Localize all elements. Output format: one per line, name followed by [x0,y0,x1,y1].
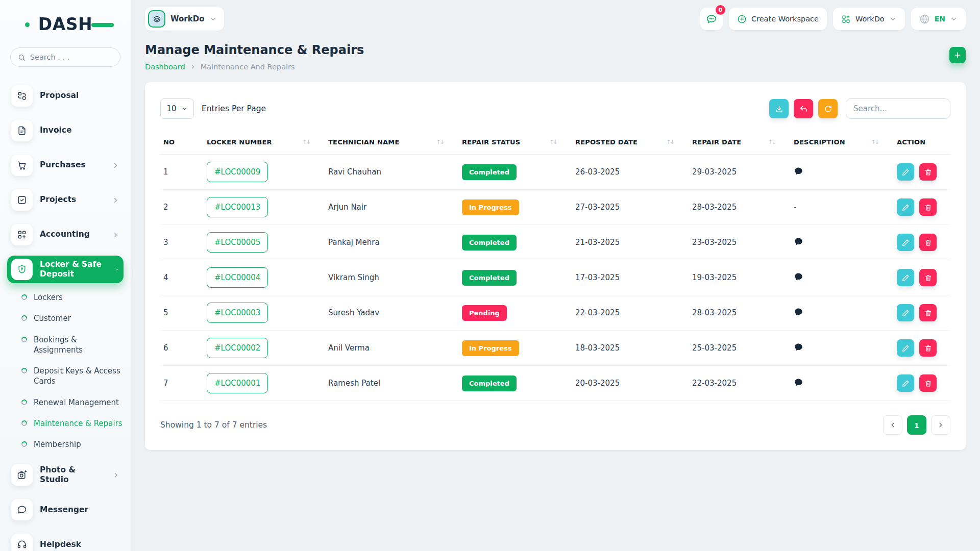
bullet-icon [20,293,28,301]
main-content: WorkDo 0 Create Workspace WorkDo EN [131,0,980,450]
repair-date: 22-03-2025 [689,366,791,401]
sort-icon[interactable]: ↑↓ [871,139,878,145]
sidebar-subitem-label: Deposit Keys & Access Cards [34,366,124,387]
sidebar-subitem-lockers[interactable]: Lockers [21,292,124,303]
sidebar-subitem-label: Membership [34,439,81,449]
reposted-date: 17-03-2025 [572,260,689,295]
logo-dash-icon [91,23,114,27]
locker-number-pill[interactable]: #LOC00001 [207,373,268,393]
sort-icon[interactable]: ↑↓ [303,139,310,145]
refresh-button[interactable] [818,99,838,118]
entries-per-page-label: Entries Per Page [202,104,266,113]
sort-icon[interactable]: ↑↓ [436,139,444,145]
sidebar: DASH Proposal Invoice Purchases [0,0,131,551]
create-workspace-button[interactable]: Create Workspace [729,8,827,30]
sidebar-item-proposal[interactable]: Proposal [7,82,124,110]
delete-button[interactable] [919,304,937,321]
sidebar-subitem-renewal-management[interactable]: Renewal Management [21,397,124,408]
sidebar-item-accounting[interactable]: Accounting [7,221,124,248]
repair-date: 28-03-2025 [689,295,791,331]
pencil-icon [902,204,910,211]
column-header-locker-number[interactable]: LOCKER NUMBER↑↓ [204,133,325,155]
technician-name: Ravi Chauhan [325,155,459,190]
delete-button[interactable] [919,234,937,251]
reposted-date: 26-03-2025 [572,155,689,190]
chevron-right-icon [937,421,944,429]
technician-name: Ramesh Patel [325,366,459,401]
table-search-input[interactable] [846,98,950,119]
edit-button[interactable] [897,163,914,181]
entries-per-page-select[interactable]: 10 [160,98,194,119]
locker-number-pill[interactable]: #LOC00009 [207,162,268,182]
plus-icon [953,51,962,59]
row-number: 2 [160,190,204,225]
workspace-selector[interactable]: WorkDo [145,7,224,31]
messages-button[interactable]: 0 [700,8,723,30]
column-header-action: ACTION [894,133,950,155]
delete-button[interactable] [919,374,937,392]
comment-icon[interactable] [794,342,803,352]
table-header-row: NO LOCKER NUMBER↑↓ TECHNICIAN NAME↑↓ REP… [160,133,950,155]
language-selector[interactable]: EN [911,8,966,30]
sidebar-item-messenger[interactable]: Messenger [7,496,124,523]
delete-button[interactable] [919,198,937,216]
column-header-description[interactable]: DESCRIPTION↑↓ [791,133,894,155]
column-header-technician-name[interactable]: TECHNICIAN NAME↑↓ [325,133,459,155]
delete-button[interactable] [919,269,937,286]
edit-button[interactable] [897,234,914,251]
comment-icon[interactable] [794,378,803,387]
breadcrumb-dashboard-link[interactable]: Dashboard [145,63,185,71]
headphones-icon [11,534,33,551]
sort-icon[interactable]: ↑↓ [550,139,557,145]
pencil-icon [902,380,910,387]
sidebar-subitem-label: Maintenance & Repairs [34,418,122,429]
edit-button[interactable] [897,269,914,286]
locker-number-pill[interactable]: #LOC00002 [207,338,268,358]
export-button[interactable] [769,99,789,118]
breadcrumb-current: Maintenance And Repairs [201,63,295,71]
locker-number-pill[interactable]: #LOC00004 [207,267,268,288]
sidebar-item-purchases[interactable]: Purchases [7,152,124,179]
pagination-prev-button[interactable] [883,415,902,435]
pagination-page-1-button[interactable]: 1 [907,415,926,435]
table-controls: 10 Entries Per Page [160,98,950,119]
edit-button[interactable] [897,304,914,321]
comment-icon[interactable] [794,307,803,317]
edit-button[interactable] [897,339,914,357]
sidebar-subitem-bookings-assignments[interactable]: Bookings & Assignments [21,335,124,356]
sidebar-item-locker-safe-deposit[interactable]: Locker & Safe Deposit [7,256,124,283]
workdo-apps-dropdown[interactable]: WorkDo [833,8,905,30]
comment-icon[interactable] [794,166,803,176]
reset-button[interactable] [794,99,813,118]
sidebar-subitem-deposit-keys-access-cards[interactable]: Deposit Keys & Access Cards [21,366,124,387]
repair-date: 25-03-2025 [689,331,791,366]
delete-button[interactable] [919,163,937,181]
edit-button[interactable] [897,198,914,216]
sidebar-item-photo-studio[interactable]: Photo & Studio [7,461,124,489]
locker-number-pill[interactable]: #LOC00003 [207,303,268,323]
sidebar-item-helpdesk[interactable]: Helpdesk [7,531,124,551]
edit-button[interactable] [897,374,914,392]
add-record-button[interactable] [949,47,966,63]
sidebar-item-projects[interactable]: Projects [7,186,124,214]
column-header-repair-status[interactable]: REPAIR STATUS↑↓ [459,133,572,155]
comment-icon[interactable] [794,272,803,282]
sidebar-subitem-membership[interactable]: Membership [21,439,124,449]
pagination-next-button[interactable] [931,415,950,435]
sort-icon[interactable]: ↑↓ [667,139,674,145]
sidebar-subitem-maintenance-repairs[interactable]: Maintenance & Repairs [21,418,124,429]
locker-number-pill[interactable]: #LOC00005 [207,232,268,253]
column-header-repair-date[interactable]: REPAIR DATE↑↓ [689,133,791,155]
showing-entries-text: Showing 1 to 7 of 7 entries [160,420,267,430]
reposted-date: 20-03-2025 [572,366,689,401]
locker-number-pill[interactable]: #LOC00013 [207,197,268,217]
delete-button[interactable] [919,339,937,357]
column-header-reposted-date[interactable]: REPOSTED DATE↑↓ [572,133,689,155]
comment-icon[interactable] [794,237,803,246]
sidebar-item-invoice[interactable]: Invoice [7,117,124,144]
sort-icon[interactable]: ↑↓ [768,139,775,145]
trash-icon [924,204,932,211]
sidebar-subitem-customer[interactable]: Customer [21,313,124,323]
sidebar-search-input[interactable] [30,53,113,61]
sidebar-search[interactable] [10,47,120,67]
